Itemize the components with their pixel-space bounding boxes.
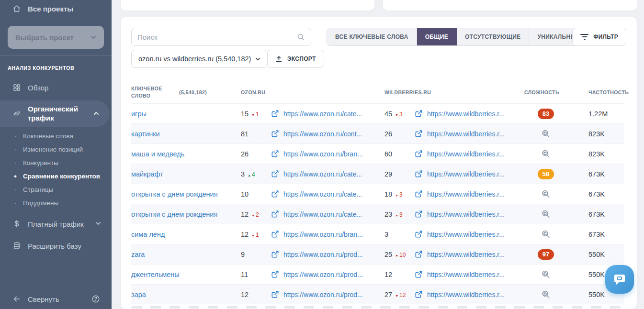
position-value-site-b: 18 [384, 190, 392, 198]
export-button-label: ЭКСПОРТ [287, 55, 316, 62]
external-link-icon[interactable] [271, 230, 279, 238]
sidebar-subitem[interactable]: • Сравнение конкурентов [0, 169, 112, 183]
result-url-site-b[interactable]: https://www.wildberries.r... [427, 231, 505, 238]
table-row: открытка с днём рождения 10 https://www.… [131, 184, 624, 204]
external-link-icon[interactable] [271, 170, 279, 178]
result-url-site-a[interactable]: https://www.ozon.ru/prod... [283, 291, 363, 298]
sidebar-subitem[interactable]: · Конкуренты [0, 156, 112, 169]
top-card-right [383, 0, 637, 11]
external-link-icon[interactable] [271, 190, 279, 198]
result-url-site-a[interactable]: https://www.ozon.ru/cate... [283, 190, 362, 198]
export-button[interactable]: ЭКСПОРТ [267, 50, 324, 68]
position-value-site-a: 81 [241, 130, 249, 138]
position-value-site-b: 60 [384, 150, 392, 158]
sidebar-subitem[interactable]: · Поддомены [0, 196, 112, 210]
header-frequency[interactable]: ЧАСТОТНОСТЬ [567, 89, 624, 95]
header-difficulty[interactable]: СЛОЖНОСТЬ [524, 89, 567, 95]
tab[interactable]: ОБЩИЕ [417, 28, 457, 45]
result-url-site-b[interactable]: https://www.wildberries.r... [427, 170, 505, 178]
external-link-icon[interactable] [271, 210, 279, 218]
keyword-link[interactable]: zara [131, 251, 145, 258]
filter-button[interactable]: ФИЛЬТР [572, 28, 626, 46]
all-projects-link[interactable]: Все проекты [0, 3, 112, 14]
sidebar-item-paid-traffic[interactable]: Платный трафик [0, 216, 112, 232]
tab[interactable]: ОТСУТСТВУЮЩИЕ [457, 28, 529, 45]
external-link-icon[interactable] [415, 290, 423, 298]
filter-button-label: ФИЛЬТР [593, 33, 618, 40]
difficulty-check-icon[interactable] [541, 270, 551, 279]
header-keyword[interactable]: КЛЮЧЕВОЕ СЛОВО [131, 85, 172, 99]
external-link-icon[interactable] [415, 190, 423, 198]
result-url-site-b[interactable]: https://www.wildberries.r... [427, 291, 505, 298]
external-link-icon[interactable] [415, 270, 423, 278]
result-url-site-b[interactable]: https://www.wildberries.r... [427, 251, 505, 258]
sidebar-subitem[interactable]: · Страницы [0, 183, 112, 196]
sidebar-item-overview[interactable]: Обзор [0, 80, 112, 95]
difficulty-check-icon[interactable] [541, 129, 551, 139]
result-url-site-b[interactable]: https://www.wildberries.r... [427, 271, 505, 278]
result-url-site-a[interactable]: https://www.ozon.ru/bran... [283, 150, 363, 158]
comparison-select[interactable]: ozon.ru vs wildberries.ru (5,540,182) [131, 50, 268, 68]
tab[interactable]: ВСЕ КЛЮЧЕВЫЕ СЛОВА [327, 28, 417, 45]
keyword-link[interactable]: зара [131, 291, 146, 298]
result-url-site-b[interactable]: https://www.wildberries.r... [427, 190, 505, 198]
help-icon[interactable] [91, 295, 100, 303]
result-url-site-b[interactable]: https://www.wildberries.r... [427, 130, 505, 138]
external-link-icon[interactable] [271, 290, 279, 298]
external-link-icon[interactable] [415, 170, 423, 178]
difficulty-check-icon[interactable] [541, 290, 551, 299]
external-link-icon[interactable] [415, 130, 423, 138]
keyword-link[interactable]: джентельмены [131, 271, 180, 278]
keyword-link[interactable]: открытки с днем рождения [131, 210, 217, 218]
difficulty-check-icon[interactable] [541, 210, 551, 219]
organic-traffic-submenu: · Ключевые слова · Изменение позиций · К… [0, 129, 112, 210]
result-url-site-a[interactable]: https://www.ozon.ru/cate... [283, 170, 362, 178]
filter-icon [580, 34, 588, 40]
search-input[interactable] [137, 33, 297, 41]
chevron-down-icon [255, 56, 260, 62]
search-box [131, 28, 311, 46]
keyword-link[interactable]: игры [131, 110, 147, 118]
external-link-icon[interactable] [415, 250, 423, 258]
external-link-icon[interactable] [415, 230, 423, 238]
collapse-sidebar-button[interactable]: Свернуть [28, 295, 59, 303]
external-link-icon[interactable] [271, 150, 279, 158]
result-url-site-a[interactable]: https://www.ozon.ru/cate... [283, 110, 362, 118]
keyword-link[interactable]: маша и медведь [131, 150, 184, 158]
difficulty-check-icon[interactable] [541, 189, 551, 199]
keyword-link[interactable]: открытка с днём рождения [131, 190, 218, 198]
result-url-site-a[interactable]: https://www.ozon.ru/bran... [283, 231, 363, 238]
external-link-icon[interactable] [415, 210, 423, 218]
sidebar-subitem[interactable]: · Изменение позиций [0, 143, 112, 156]
keyword-link[interactable]: майкрафт [131, 170, 163, 178]
result-url-site-a[interactable]: https://www.ozon.ru/cate... [283, 210, 362, 218]
result-url-site-a[interactable]: https://www.ozon.ru/prod... [283, 271, 363, 278]
sidebar-divider [0, 55, 112, 56]
position-change-site-b: ▼3 [395, 191, 403, 198]
result-url-site-b[interactable]: https://www.wildberries.r... [427, 210, 505, 218]
select-project-dropdown[interactable]: Выбрать проект [8, 26, 104, 49]
chat-widget-button[interactable] [605, 265, 634, 294]
result-url-site-a[interactable]: https://www.ozon.ru/prod... [283, 251, 363, 258]
difficulty-check-icon[interactable] [541, 149, 551, 159]
external-link-icon[interactable] [415, 110, 423, 118]
external-link-icon[interactable] [271, 270, 279, 278]
result-url-site-b[interactable]: https://www.wildberries.r... [427, 110, 505, 118]
external-link-icon[interactable] [271, 130, 279, 138]
result-url-site-b[interactable]: https://www.wildberries.r... [427, 150, 505, 158]
difficulty-check-icon[interactable] [541, 230, 551, 239]
external-link-icon[interactable] [415, 150, 423, 158]
keyword-link[interactable]: картинки [131, 130, 160, 138]
sidebar-item-expand-base[interactable]: Расширить базу [0, 238, 112, 254]
header-site-b[interactable]: WILDBERRIES.RU [384, 89, 524, 95]
bullet-icon: · [11, 199, 20, 206]
result-url-site-a[interactable]: https://www.ozon.ru/cont... [283, 130, 362, 138]
header-site-a[interactable]: OZON.RU [241, 89, 384, 95]
position-value-site-b: 45 [384, 110, 392, 118]
external-link-icon[interactable] [271, 110, 279, 118]
sidebar-item-organic-traffic[interactable]: Органический трафик [0, 100, 110, 127]
sidebar-subitem[interactable]: · Ключевые слова [0, 129, 112, 143]
arrow-left-icon[interactable] [12, 295, 21, 303]
external-link-icon[interactable] [271, 250, 279, 258]
keyword-link[interactable]: сима ленд [131, 231, 165, 238]
